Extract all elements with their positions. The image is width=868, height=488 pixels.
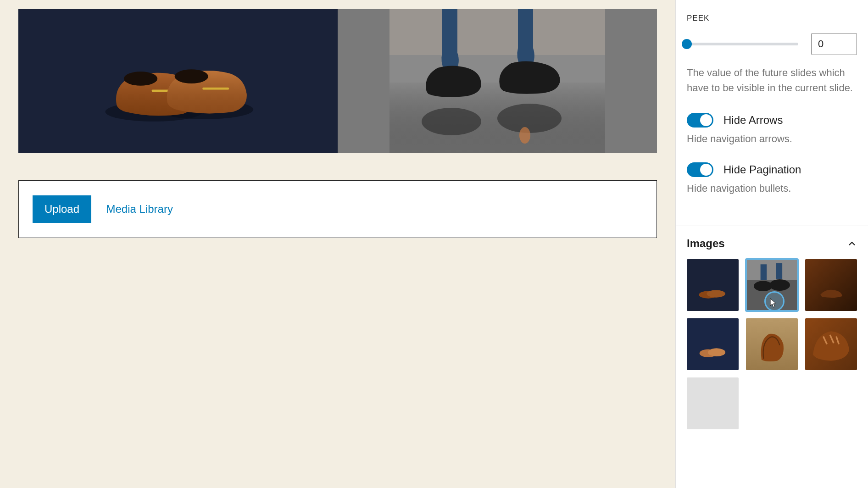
svg-rect-9 xyxy=(389,83,605,153)
slide-1[interactable] xyxy=(18,9,338,153)
peek-section: PEEK The value of the future slides whic… xyxy=(676,0,868,226)
images-panel-header[interactable]: Images xyxy=(676,226,868,259)
peek-description: The value of the future slides which hav… xyxy=(687,65,857,95)
hide-arrows-toggle[interactable] xyxy=(687,113,713,128)
loafer-image xyxy=(50,23,306,138)
svg-rect-20 xyxy=(776,263,783,279)
svg-point-12 xyxy=(519,127,530,144)
svg-rect-7 xyxy=(389,9,605,55)
svg-rect-19 xyxy=(761,264,767,280)
hide-pagination-toggle[interactable] xyxy=(687,162,713,177)
hide-pagination-description: Hide navigation bullets. xyxy=(687,183,857,194)
image-thumbnail-1[interactable] xyxy=(687,259,739,311)
hide-pagination-row: Hide Pagination xyxy=(687,162,857,177)
svg-point-14 xyxy=(707,290,725,297)
peek-slider-thumb[interactable] xyxy=(682,39,692,49)
image-thumbnail-5[interactable] xyxy=(746,318,798,370)
image-thumbnail-2[interactable] xyxy=(746,259,798,311)
hide-arrows-label: Hide Arrows xyxy=(723,114,783,127)
svg-point-2 xyxy=(124,72,157,86)
hide-pagination-label: Hide Pagination xyxy=(723,163,801,176)
boots-image xyxy=(338,9,657,153)
svg-rect-15 xyxy=(746,259,798,280)
media-library-link[interactable]: Media Library xyxy=(106,203,173,215)
settings-sidebar: PEEK The value of the future slides whic… xyxy=(675,0,868,488)
image-thumbnail-4[interactable] xyxy=(687,318,739,370)
image-thumbnail-3[interactable] xyxy=(805,259,857,311)
svg-point-10 xyxy=(422,108,481,135)
peek-label: PEEK xyxy=(687,14,857,23)
toggle-knob xyxy=(700,164,712,176)
images-panel-title: Images xyxy=(687,237,725,250)
editor-canvas: Upload Media Library xyxy=(0,0,675,488)
upload-button[interactable]: Upload xyxy=(33,195,91,223)
slider-preview xyxy=(18,9,657,153)
hide-arrows-row: Hide Arrows xyxy=(687,113,857,128)
peek-slider[interactable] xyxy=(687,43,798,45)
peek-control-row xyxy=(687,33,857,55)
image-thumbnail-grid xyxy=(676,259,868,440)
svg-rect-5 xyxy=(202,88,229,90)
svg-point-11 xyxy=(497,104,562,133)
toggle-knob xyxy=(700,114,712,126)
hide-arrows-description: Hide navigation arrows. xyxy=(687,133,857,145)
add-image-button[interactable] xyxy=(687,377,739,429)
upload-panel: Upload Media Library xyxy=(18,180,657,238)
svg-point-4 xyxy=(174,69,208,83)
svg-point-22 xyxy=(708,348,725,356)
peek-input[interactable] xyxy=(811,33,857,55)
slide-2[interactable] xyxy=(338,9,657,153)
image-thumbnail-6[interactable] xyxy=(805,318,857,370)
chevron-up-icon xyxy=(847,238,857,249)
svg-point-18 xyxy=(769,279,790,291)
